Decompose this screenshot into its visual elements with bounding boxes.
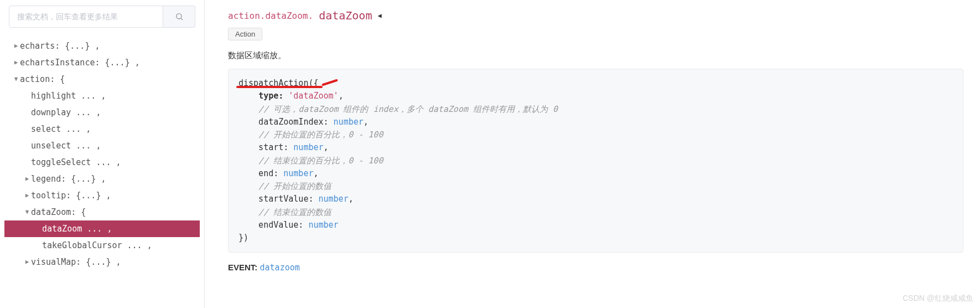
tree-label: action: {: [20, 71, 65, 88]
search-bar: [4, 6, 200, 28]
tree-item-tooltip[interactable]: ▶tooltip: {...} ,: [4, 187, 200, 204]
breadcrumb-current: dataZoom: [319, 9, 372, 22]
tree-item-unselect[interactable]: unselect ... ,: [4, 137, 200, 154]
tree-item-action[interactable]: ▼action: {: [4, 71, 200, 88]
tree-item-highlight[interactable]: highlight ... ,: [4, 88, 200, 104]
sidebar: ▶echarts: {...} , ▶echartsInstance: {...…: [0, 0, 205, 308]
tree-item-legend[interactable]: ▶legend: {...} ,: [4, 171, 200, 187]
tree-label: select ... ,: [31, 121, 91, 137]
tree-label: echartsInstance: {...} ,: [20, 54, 140, 71]
tree-label: visualMap: {...} ,: [31, 254, 121, 270]
code-block: dispatchAction({ type: 'dataZoom', // 可选…: [228, 69, 963, 253]
tree-label: echarts: {...} ,: [20, 38, 100, 54]
tree-item-takeglobalcursor[interactable]: takeGlobalCursor ... ,: [4, 237, 200, 254]
tree-label: unselect ... ,: [31, 137, 101, 154]
watermark: CSDN @红烧咸咸鱼: [903, 294, 973, 304]
tree-label: downplay ... ,: [31, 104, 101, 121]
tree-label: takeGlobalCursor ... ,: [42, 237, 152, 254]
search-button[interactable]: [163, 6, 195, 28]
event-label: EVENT:: [228, 263, 257, 272]
svg-line-1: [181, 18, 183, 20]
tree-item-datazoom[interactable]: ▼dataZoom: {: [4, 204, 200, 220]
event-line: EVENT: datazoom: [228, 263, 963, 273]
chevron-right-icon: ▶: [12, 57, 20, 69]
tree-item-visualmap[interactable]: ▶visualMap: {...} ,: [4, 254, 200, 270]
breadcrumb: action.dataZoom. dataZoom ◀: [228, 9, 963, 22]
main-content: action.dataZoom. dataZoom ◀ Action 数据区域缩…: [205, 0, 980, 308]
svg-point-0: [176, 14, 181, 19]
collapse-icon[interactable]: ◀: [377, 12, 381, 19]
chevron-right-icon: ▶: [23, 256, 31, 268]
annotation-underline: [322, 79, 338, 86]
annotation-underline: [236, 86, 323, 88]
tree-label: dataZoom ... ,: [42, 220, 112, 237]
tree-item-toggleselect[interactable]: toggleSelect ... ,: [4, 154, 200, 171]
chevron-right-icon: ▶: [23, 173, 31, 185]
tree-label: legend: {...} ,: [31, 171, 106, 187]
tree-label: tooltip: {...} ,: [31, 187, 111, 204]
chevron-right-icon: ▶: [23, 189, 31, 202]
tree-label: toggleSelect ... ,: [31, 154, 121, 171]
tree-item-select[interactable]: select ... ,: [4, 121, 200, 137]
chevron-down-icon: ▼: [23, 206, 31, 218]
event-link[interactable]: datazoom: [260, 263, 300, 273]
tree-label: highlight ... ,: [31, 88, 106, 104]
tree-item-downplay[interactable]: downplay ... ,: [4, 104, 200, 121]
tree-item-echarts-instance[interactable]: ▶echartsInstance: {...} ,: [4, 54, 200, 71]
tree-item-echarts[interactable]: ▶echarts: {...} ,: [4, 38, 200, 54]
description: 数据区域缩放。: [228, 50, 963, 61]
chevron-right-icon: ▶: [12, 40, 20, 52]
type-badge: Action: [228, 28, 262, 40]
tree-label: dataZoom: {: [31, 204, 86, 220]
search-icon: [175, 12, 184, 21]
nav-tree: ▶echarts: {...} , ▶echartsInstance: {...…: [4, 38, 200, 270]
chevron-down-icon: ▼: [12, 73, 20, 85]
search-input[interactable]: [9, 6, 163, 28]
breadcrumb-path[interactable]: action.dataZoom.: [228, 11, 313, 21]
tree-item-datazoom-datazoom[interactable]: dataZoom ... ,: [4, 220, 200, 237]
